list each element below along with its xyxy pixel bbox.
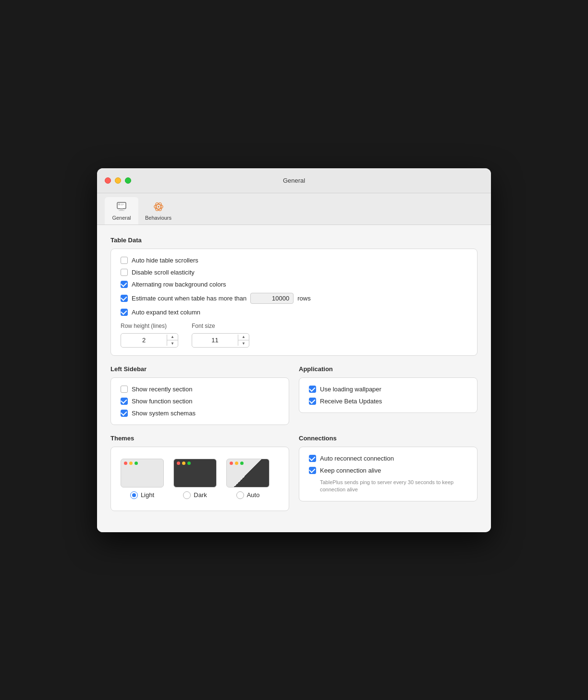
auto-hide-label: Auto hide table scrollers (132, 257, 198, 264)
theme-dot-yellow (129, 462, 133, 465)
themes-connections-row: Themes (110, 435, 478, 511)
theme-dark-preview (173, 459, 217, 488)
alternating-row-label: Alternating row background colors (132, 281, 226, 288)
row-height-value: 2 (121, 335, 167, 346)
show-function-checkbox[interactable] (121, 398, 128, 405)
font-size-label: Font size (192, 323, 249, 329)
themes-container: Light (121, 455, 279, 503)
tab-behaviours[interactable]: Behaviours (138, 197, 178, 225)
use-wallpaper-checkbox[interactable] (309, 386, 316, 393)
font-size-up[interactable]: ▲ (238, 334, 249, 340)
theme-light-dots (124, 462, 138, 465)
theme-auto-option[interactable]: Auto (226, 459, 270, 499)
svg-point-9 (158, 206, 159, 208)
show-recently-checkbox[interactable] (121, 386, 128, 393)
tab-general[interactable]: General (105, 197, 138, 225)
estimate-count-label: Estimate count when table has more than (132, 295, 246, 302)
left-sidebar-card: Show recently section Show function sect… (110, 377, 289, 425)
use-wallpaper-row: Use loading wallpaper (309, 386, 467, 393)
auto-hide-row: Auto hide table scrollers (121, 257, 467, 264)
left-sidebar-section: Left Sidebar Show recently section Show … (110, 365, 289, 425)
theme-dark-dot-yellow (182, 462, 185, 465)
window-title: General (283, 177, 305, 184)
table-data-card: Auto hide table scrollers Disable scroll… (110, 249, 478, 356)
theme-light-preview (121, 459, 164, 488)
application-card: Use loading wallpaper Receive Beta Updat… (299, 377, 478, 413)
theme-auto-radio[interactable] (236, 491, 244, 499)
font-size-value: 11 (192, 335, 238, 346)
font-size-spinner: 11 ▲ ▼ (192, 333, 249, 348)
general-tab-icon (115, 200, 128, 213)
theme-light-option[interactable]: Light (121, 459, 164, 499)
beta-updates-label: Receive Beta Updates (320, 398, 382, 405)
show-function-row: Show function section (121, 398, 279, 405)
show-function-label: Show function section (132, 398, 192, 405)
theme-auto-preview (226, 459, 270, 488)
theme-light-label: Light (141, 491, 154, 499)
show-system-row: Show system schemas (121, 410, 279, 417)
connections-card: Auto reconnect connection Keep connectio… (299, 447, 478, 502)
theme-dark-label: Dark (194, 491, 207, 499)
close-button[interactable] (105, 177, 111, 184)
disable-scroll-checkbox[interactable] (121, 269, 128, 276)
show-recently-label: Show recently section (132, 386, 192, 393)
estimate-count-input[interactable] (250, 293, 294, 304)
font-size-down[interactable]: ▼ (238, 340, 249, 347)
application-section: Application Use loading wallpaper Receiv… (299, 365, 478, 425)
theme-light-radio-row: Light (130, 491, 154, 499)
theme-auto-dots (230, 462, 244, 465)
theme-auto-dot-yellow (235, 462, 238, 465)
theme-dot-red (124, 462, 127, 465)
auto-reconnect-checkbox[interactable] (309, 455, 316, 462)
titlebar: General (97, 168, 491, 193)
beta-updates-row: Receive Beta Updates (309, 398, 467, 405)
main-content: Table Data Auto hide table scrollers Dis… (97, 225, 491, 532)
tab-behaviours-label: Behaviours (145, 215, 172, 221)
behaviours-tab-icon (152, 200, 165, 213)
main-window: General General (97, 168, 491, 532)
row-height-down[interactable]: ▼ (167, 340, 178, 347)
svg-rect-4 (121, 204, 124, 205)
estimate-count-row: Estimate count when table has more than … (121, 293, 467, 304)
alternating-row-checkbox[interactable] (121, 281, 128, 288)
theme-dark-dots (177, 462, 191, 465)
theme-auto-radio-row: Auto (236, 491, 260, 499)
theme-auto-label: Auto (247, 491, 260, 499)
theme-light-radio[interactable] (130, 491, 138, 499)
theme-dark-radio[interactable] (183, 491, 191, 499)
application-title: Application (299, 365, 478, 373)
estimate-count-checkbox[interactable] (121, 295, 128, 302)
theme-dark-option[interactable]: Dark (173, 459, 217, 499)
toolbar: General Behaviours (97, 193, 491, 225)
theme-auto-dot-green (240, 462, 244, 465)
show-system-label: Show system schemas (132, 410, 196, 417)
use-wallpaper-label: Use loading wallpaper (320, 386, 381, 393)
auto-reconnect-row: Auto reconnect connection (309, 455, 467, 462)
svg-rect-3 (118, 203, 120, 205)
svg-rect-2 (119, 210, 124, 211)
row-height-arrows: ▲ ▼ (167, 334, 178, 347)
auto-hide-checkbox[interactable] (121, 257, 128, 264)
keep-alive-label: Keep connection alive (320, 467, 381, 474)
font-size-group: Font size 11 ▲ ▼ (192, 323, 249, 348)
minimize-button[interactable] (115, 177, 121, 184)
rows-label: rows (297, 295, 310, 302)
disable-scroll-row: Disable scroll elasticity (121, 269, 467, 276)
connections-note: TablePlus sends ping to server every 30 … (309, 479, 467, 494)
row-height-up[interactable]: ▲ (167, 334, 178, 340)
show-system-checkbox[interactable] (121, 410, 128, 417)
theme-auto-dot-red (230, 462, 233, 465)
row-height-label: Row height (lines) (121, 323, 178, 329)
row-height-group: Row height (lines) 2 ▲ ▼ (121, 323, 178, 348)
svg-rect-1 (120, 209, 123, 210)
traffic-lights (105, 177, 131, 184)
themes-card: Light (110, 447, 289, 511)
keep-alive-checkbox[interactable] (309, 467, 316, 474)
auto-expand-checkbox[interactable] (121, 309, 128, 316)
maximize-button[interactable] (125, 177, 131, 184)
svg-rect-5 (121, 205, 123, 205)
beta-updates-checkbox[interactable] (309, 398, 316, 405)
disable-scroll-label: Disable scroll elasticity (132, 269, 195, 276)
theme-dark-dot-red (177, 462, 180, 465)
themes-section: Themes (110, 435, 289, 511)
